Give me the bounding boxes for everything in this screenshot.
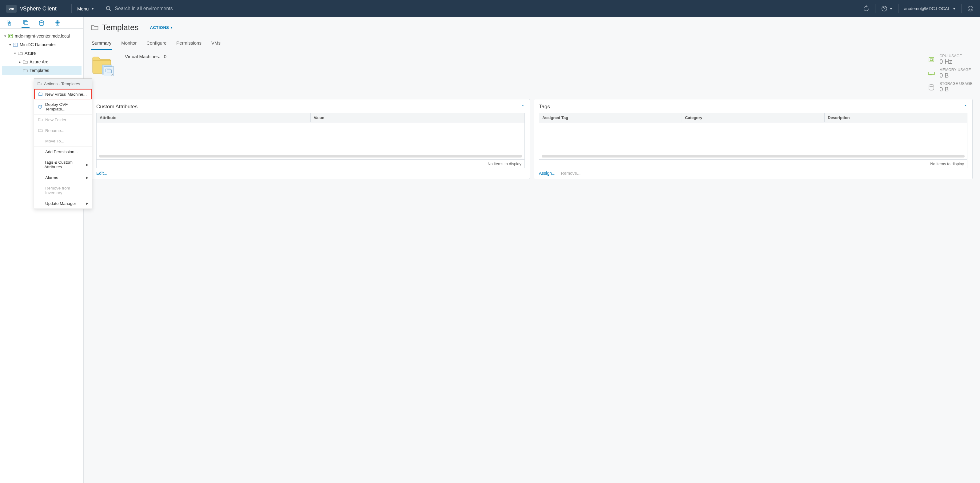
search-input[interactable] — [115, 6, 238, 11]
usage-block: CPU USAGE 0 Hz MEMORY USAGE 0 B STORAGE … — [928, 54, 973, 93]
chevron-down-icon: ▼ — [170, 26, 173, 29]
storage-tab-icon[interactable] — [38, 20, 46, 28]
tab-vms[interactable]: VMs — [211, 38, 221, 50]
usage-label: STORAGE USAGE — [939, 81, 973, 86]
ctx-label: Tags & Custom Attributes — [44, 160, 83, 169]
col-description: Description — [825, 113, 967, 122]
folder-icon — [23, 68, 28, 73]
ctx-update-manager[interactable]: Update Manager ▶ — [34, 198, 92, 209]
ctx-label: Rename... — [45, 128, 64, 133]
menu-dropdown[interactable]: Menu ▼ — [77, 6, 94, 11]
spacer — [38, 162, 42, 167]
memory-usage: MEMORY USAGE 0 B — [928, 68, 973, 79]
collapse-icon[interactable]: ⌃ — [521, 104, 525, 109]
ctx-new-vm[interactable]: + New Virtual Machine... — [34, 89, 92, 99]
scrollbar[interactable] — [99, 155, 522, 158]
collapse-icon[interactable]: ▾ — [8, 43, 12, 47]
user-dropdown[interactable]: arcdemo@MDC.LOCAL ▼ — [904, 6, 956, 11]
table-footer: No items to display — [97, 159, 525, 168]
tree-label: Azure Arc — [30, 59, 48, 64]
ctx-label: Move To... — [45, 139, 64, 143]
tree-label: Templates — [30, 68, 49, 73]
folder-icon — [91, 25, 99, 31]
chevron-down-icon: ▼ — [953, 7, 956, 10]
tree-folder-templates[interactable]: Templates — [2, 66, 81, 75]
tree-folder-azurearc[interactable]: ▸ Azure Arc — [2, 57, 81, 66]
actions-dropdown[interactable]: ACTIONS ▼ — [145, 25, 173, 30]
tree-folder-azure[interactable]: ▾ Azure — [2, 49, 81, 57]
folder-illustration — [91, 54, 116, 78]
vmware-logo: vm — [6, 5, 17, 13]
svg-line-1 — [110, 10, 111, 11]
svg-rect-14 — [9, 35, 10, 36]
chevron-down-icon: ▼ — [889, 7, 892, 10]
network-tab-icon[interactable] — [54, 20, 62, 28]
tab-permissions[interactable]: Permissions — [176, 38, 202, 50]
folder-icon — [18, 51, 23, 55]
storage-usage: STORAGE USAGE 0 B — [928, 81, 973, 93]
vm-count-label: Virtual Machines: — [125, 54, 160, 59]
ctx-label: Alarms — [45, 175, 58, 180]
tab-configure[interactable]: Configure — [146, 38, 167, 50]
vms-tab-icon[interactable] — [22, 20, 30, 28]
empty-label: No items to display — [930, 161, 964, 166]
expand-icon[interactable]: ▸ — [18, 60, 22, 64]
ctx-add-permission[interactable]: Add Permission... — [34, 147, 92, 157]
svg-rect-9 — [24, 22, 28, 24]
datacenter-icon — [13, 43, 18, 47]
header-right: ▼ arcdemo@MDC.LOCAL ▼ — [851, 4, 974, 13]
spacer — [38, 188, 43, 193]
hosts-tab-icon[interactable] — [6, 20, 14, 28]
table-footer: No items to display — [539, 159, 967, 168]
tree-root[interactable]: ▾ mdc-mgmt-vcenter.mdc.local — [2, 32, 81, 40]
refresh-icon[interactable] — [863, 5, 870, 12]
tree-datacenter[interactable]: ▾ MiniDC Datacenter — [2, 40, 81, 49]
ctx-label: New Virtual Machine... — [45, 92, 87, 97]
panels: Custom Attributes ⌃ Attribute Value No i… — [84, 99, 980, 187]
usage-value: 0 Hz — [939, 58, 962, 65]
ctx-deploy-ovf[interactable]: Deploy OVF Template... — [34, 99, 92, 114]
ctx-new-folder: + New Folder — [34, 115, 92, 125]
assign-link[interactable]: Assign... — [539, 171, 555, 176]
title-row: Templates ACTIONS ▼ — [91, 23, 973, 32]
context-menu: Actions - Templates + New Virtual Machin… — [34, 78, 92, 209]
svg-point-35 — [929, 84, 934, 86]
tree-label: mdc-mgmt-vcenter.mdc.local — [15, 33, 70, 38]
svg-rect-28 — [929, 57, 934, 62]
scrollbar[interactable] — [542, 155, 965, 158]
svg-rect-29 — [930, 59, 932, 61]
svg-rect-18 — [15, 43, 18, 46]
svg-rect-30 — [928, 72, 934, 75]
ovf-icon — [38, 104, 43, 109]
spacer — [38, 149, 43, 154]
menu-label: Menu — [77, 6, 89, 11]
spacer — [38, 139, 43, 143]
panel-header: Custom Attributes ⌃ — [96, 104, 525, 110]
tab-summary[interactable]: Summary — [91, 38, 112, 50]
folder-icon — [37, 81, 42, 86]
spacer — [38, 175, 43, 180]
inventory-tree: ▾ mdc-mgmt-vcenter.mdc.local ▾ MiniDC Da… — [0, 29, 83, 78]
sidebar: ▾ mdc-mgmt-vcenter.mdc.local ▾ MiniDC Da… — [0, 17, 84, 483]
ctx-tags[interactable]: Tags & Custom Attributes ▶ — [34, 157, 92, 172]
usage-label: CPU USAGE — [939, 54, 962, 58]
panel-title: Custom Attributes — [96, 104, 137, 110]
collapse-icon[interactable]: ⌃ — [964, 104, 967, 109]
vcenter-icon — [8, 34, 13, 38]
help-dropdown[interactable]: ▼ — [881, 5, 892, 12]
edit-link[interactable]: Edit... — [96, 171, 107, 176]
table-body — [539, 123, 967, 159]
tab-monitor[interactable]: Monitor — [121, 38, 137, 50]
collapse-icon[interactable]: ▾ — [13, 51, 17, 55]
smiley-icon[interactable] — [967, 5, 974, 12]
collapse-icon[interactable]: ▾ — [3, 34, 7, 38]
page-title: Templates — [91, 23, 139, 32]
remove-link: Remove... — [561, 171, 581, 176]
vm-count-value: 0 — [164, 54, 166, 59]
app-title: vSphere Client — [20, 6, 57, 12]
col-category: Category — [682, 113, 825, 122]
svg-point-3 — [968, 6, 973, 11]
ctx-remove: Remove from Inventory — [34, 183, 92, 198]
ctx-alarms[interactable]: Alarms ▶ — [34, 172, 92, 183]
context-title-label: Actions - Templates — [44, 81, 80, 86]
